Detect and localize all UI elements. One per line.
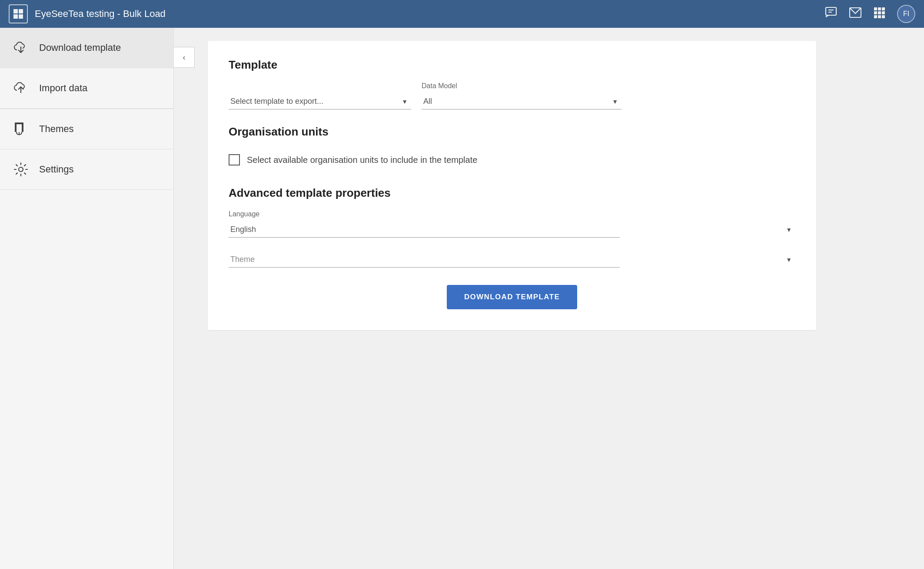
- gear-icon: [13, 162, 29, 177]
- sidebar-item-themes[interactable]: Themes: [0, 109, 173, 149]
- theme-select[interactable]: Theme: [229, 251, 620, 268]
- grid-icon[interactable]: [874, 7, 885, 21]
- org-units-section: Organisation units Select available orga…: [229, 125, 795, 171]
- template-select-wrapper: Select template to export...: [229, 93, 411, 109]
- data-model-select[interactable]: All: [422, 93, 622, 109]
- layout: Download template Import data: [0, 28, 924, 569]
- template-row: Select template to export... Data Model …: [229, 82, 795, 109]
- svg-rect-12: [874, 11, 877, 14]
- app-header: EyeSeeTea testing - Bulk Load: [0, 0, 924, 28]
- main-content: Template Select template to export... Da…: [195, 28, 924, 569]
- chat-icon[interactable]: [825, 7, 837, 21]
- mail-icon[interactable]: [849, 7, 861, 20]
- svg-rect-15: [874, 15, 877, 18]
- sidebar-item-label-settings: Settings: [39, 164, 74, 175]
- language-select[interactable]: English French Spanish: [229, 222, 620, 238]
- svg-rect-4: [826, 7, 836, 15]
- language-field-group: Language English French Spanish: [229, 210, 795, 238]
- advanced-section-title: Advanced template properties: [229, 186, 795, 200]
- collapse-area: ‹: [174, 28, 195, 569]
- upload-cloud-icon: [13, 80, 29, 96]
- svg-rect-2: [13, 14, 18, 19]
- data-model-label: Data Model: [422, 82, 622, 90]
- sidebar-item-label-download-template: Download template: [39, 42, 121, 53]
- language-select-wrapper: English French Spanish: [229, 222, 795, 238]
- main-card: Template Select template to export... Da…: [208, 41, 816, 330]
- sidebar-item-download-template[interactable]: Download template: [0, 28, 173, 68]
- svg-rect-11: [882, 7, 885, 10]
- paint-brush-icon: [13, 121, 29, 137]
- sidebar-item-settings[interactable]: Settings: [0, 149, 173, 190]
- svg-rect-21: [15, 122, 17, 132]
- svg-rect-13: [878, 11, 881, 14]
- data-model-select-wrapper: All: [422, 93, 622, 109]
- org-units-title: Organisation units: [229, 125, 795, 139]
- theme-field-group: Theme: [229, 251, 795, 268]
- theme-select-wrapper: Theme: [229, 251, 795, 268]
- app-logo[interactable]: [9, 4, 28, 23]
- svg-rect-14: [882, 11, 885, 14]
- chevron-left-icon: ‹: [183, 53, 186, 62]
- org-units-checkbox[interactable]: [229, 154, 240, 165]
- sidebar-item-label-themes: Themes: [39, 123, 73, 135]
- svg-rect-17: [882, 15, 885, 18]
- app-title: EyeSeeTea testing - Bulk Load: [35, 8, 166, 20]
- template-select[interactable]: Select template to export...: [229, 93, 411, 109]
- advanced-section: Advanced template properties Language En…: [229, 186, 795, 268]
- download-cloud-icon: [13, 40, 29, 56]
- sidebar-item-import-data[interactable]: Import data: [0, 68, 173, 109]
- org-units-checkbox-label: Select available organisation units to i…: [247, 155, 477, 165]
- svg-rect-9: [874, 7, 877, 10]
- download-template-button[interactable]: DOWNLOAD TEMPLATE: [447, 285, 577, 309]
- download-button-container: DOWNLOAD TEMPLATE: [229, 285, 795, 309]
- org-units-checkbox-row: Select available organisation units to i…: [229, 149, 795, 171]
- sidebar-collapse-button[interactable]: ‹: [174, 47, 195, 68]
- sidebar-wrapper: Download template Import data: [0, 28, 195, 569]
- svg-rect-22: [22, 122, 23, 132]
- svg-point-24: [19, 167, 23, 172]
- sidebar: Download template Import data: [0, 28, 174, 569]
- data-model-field-group: Data Model All: [422, 82, 622, 109]
- template-section-title: Template: [229, 58, 795, 72]
- language-label: Language: [229, 210, 795, 218]
- template-section: Template Select template to export... Da…: [229, 58, 795, 109]
- svg-rect-10: [878, 7, 881, 10]
- svg-rect-16: [878, 15, 881, 18]
- sidebar-item-label-import-data: Import data: [39, 83, 87, 94]
- user-avatar[interactable]: FI: [897, 5, 915, 23]
- svg-rect-0: [13, 9, 18, 13]
- svg-rect-1: [19, 9, 23, 13]
- header-right: FI: [825, 5, 915, 23]
- advanced-fields: Language English French Spanish: [229, 210, 795, 268]
- header-left: EyeSeeTea testing - Bulk Load: [9, 4, 166, 23]
- svg-rect-3: [19, 14, 23, 19]
